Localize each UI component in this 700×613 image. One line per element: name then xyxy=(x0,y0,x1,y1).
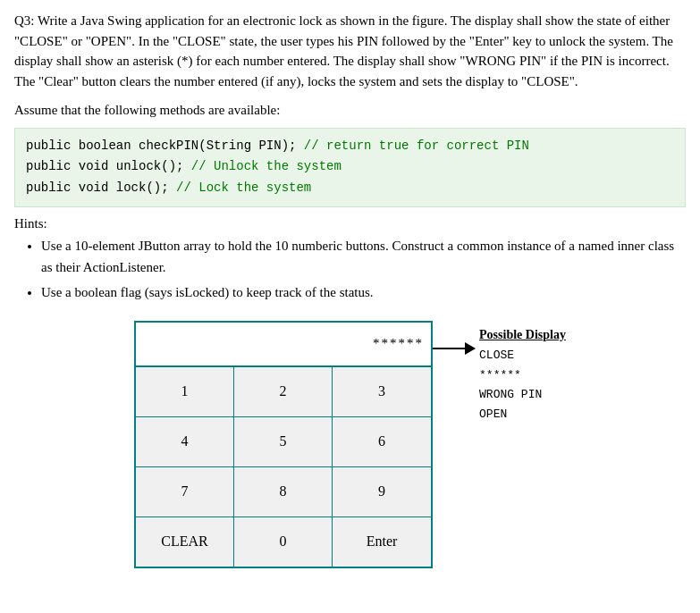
key-enter[interactable]: Enter xyxy=(333,517,431,567)
assume-text: Assume that the following methods are av… xyxy=(14,100,686,121)
hints-section: Hints: Use a 10-element JButton array to… xyxy=(14,216,686,303)
code-block: public boolean checkPIN(String PIN); // … xyxy=(14,128,686,207)
key-7[interactable]: 7 xyxy=(136,467,234,516)
diagram-area: ****** 1 2 3 4 5 6 7 8 9 CLEAR 0 Enter xyxy=(14,321,686,568)
keypad-row-4: CLEAR 0 Enter xyxy=(136,517,431,567)
code-comment-3: // Lock the system xyxy=(169,181,312,195)
svg-marker-1 xyxy=(465,342,476,355)
key-1[interactable]: 1 xyxy=(136,367,234,416)
code-text-3: public void lock(); xyxy=(26,181,169,195)
code-text-1: public boolean checkPIN(String PIN); xyxy=(26,139,296,153)
hints-title: Hints: xyxy=(14,216,686,231)
possible-display-items: CLOSE ****** WRONG PIN OPEN xyxy=(479,346,566,424)
keypad-wrapper: ****** 1 2 3 4 5 6 7 8 9 CLEAR 0 Enter xyxy=(134,321,433,568)
keypad-row-3: 7 8 9 xyxy=(136,467,431,517)
key-5[interactable]: 5 xyxy=(234,417,333,466)
key-0[interactable]: 0 xyxy=(234,517,333,567)
hint-1: Use a 10-element JButton array to hold t… xyxy=(41,235,686,278)
arrow-display-area: Possible Display CLOSE ****** WRONG PIN … xyxy=(433,321,566,424)
hints-list: Use a 10-element JButton array to hold t… xyxy=(14,235,686,303)
keypad-row-2: 4 5 6 xyxy=(136,417,431,467)
arrow-icon xyxy=(433,335,476,362)
code-comment-1: // return true for correct PIN xyxy=(296,139,528,153)
code-line-2: public void unlock(); // Unlock the syst… xyxy=(26,156,674,178)
possible-display-title: Possible Display xyxy=(479,324,566,346)
possible-display: Possible Display CLOSE ****** WRONG PIN … xyxy=(479,324,566,424)
key-6[interactable]: 6 xyxy=(333,417,431,466)
key-clear[interactable]: CLEAR xyxy=(136,517,234,567)
code-text-2: public void unlock(); xyxy=(26,159,183,173)
key-2[interactable]: 2 xyxy=(234,367,333,416)
code-line-1: public boolean checkPIN(String PIN); // … xyxy=(26,136,674,157)
code-comment-2: // Unlock the system xyxy=(183,159,341,173)
code-line-3: public void lock(); // Lock the system xyxy=(26,178,674,199)
key-3[interactable]: 3 xyxy=(333,367,431,416)
keypad-row-1: 1 2 3 xyxy=(136,367,431,417)
key-4[interactable]: 4 xyxy=(136,417,234,466)
display-row: ****** xyxy=(136,323,431,367)
key-9[interactable]: 9 xyxy=(333,467,431,516)
display-cell: ****** xyxy=(136,323,431,365)
key-8[interactable]: 8 xyxy=(234,467,333,516)
hint-2: Use a boolean flag (says isLocked) to ke… xyxy=(41,281,686,303)
question-text: Q3: Write a Java Swing application for a… xyxy=(14,11,686,91)
